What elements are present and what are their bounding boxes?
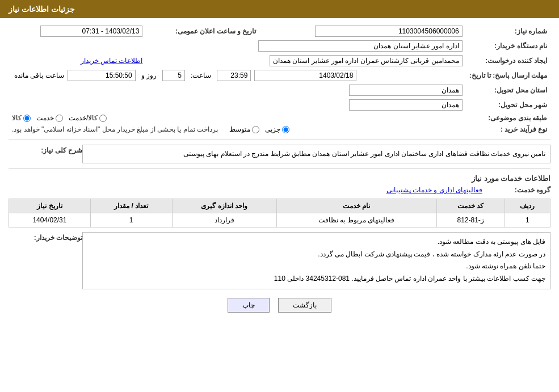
purchase-medium-item: متوسط [229, 125, 259, 133]
creator-label: ایجاد کننده درخواست: [466, 53, 550, 68]
table-row: 1 ز-81-812 فعالیتهای مربوط به نظافت قرار… [9, 213, 550, 227]
delivery-province-label: استان محل تحویل: [466, 83, 550, 98]
purchase-medium-label: متوسط [229, 125, 250, 133]
purchase-type-label: نوع فرآیند خرید : [466, 124, 550, 135]
category-khedmat-item: خدمت [36, 114, 63, 122]
cell-row: 1 [505, 213, 550, 227]
need-number-label: شماره نیاز: [466, 24, 550, 39]
divider-1 [9, 140, 550, 140]
delivery-city-input [349, 99, 463, 111]
back-button[interactable]: بازگشت [278, 298, 331, 313]
category-kala-radio[interactable] [23, 115, 31, 122]
creator-contact-link[interactable]: اطلاعات تماس خریدار [81, 57, 143, 65]
page-header: جزئیات اطلاعات نیاز [0, 0, 559, 18]
remaining-time-label: ساعت باقی مانده [14, 71, 64, 79]
buyer-notes-label: توضیحات خریدار: [34, 234, 82, 242]
category-kalakhedmat-radio[interactable] [99, 115, 107, 122]
delivery-city-label: شهر محل تحویل: [466, 98, 550, 112]
time-label: ساعت: [191, 71, 211, 79]
remaining-time-input [68, 70, 136, 81]
need-number-input [315, 26, 463, 37]
buyer-note-line: حتما تلفن همراه نوشته شود. [87, 260, 545, 273]
divider-2 [9, 168, 550, 168]
col-service-name: نام خدمت [276, 199, 436, 213]
buttons-row: بازگشت چاپ [9, 298, 550, 313]
col-unit: واحد اندازه گیری [172, 199, 276, 213]
category-kala-item: کالا [12, 114, 31, 122]
col-row: ردیف [505, 199, 550, 213]
announcement-date-label: تاریخ و ساعت اعلان عمومی: [146, 24, 259, 39]
announcement-date-input [40, 26, 142, 37]
col-quantity: تعداد / مقدار [90, 199, 172, 213]
buyer-org-label: نام دستگاه خریدار: [466, 39, 550, 53]
general-desc-box: تامین نیروی خدمات نظافت فضاهای اداری ساخ… [82, 145, 550, 163]
category-khedmat-label: خدمت [36, 114, 54, 122]
group-service-label: گروه خدمت: [482, 186, 550, 194]
service-info-title: اطلاعات خدمات مورد نیاز [9, 174, 550, 183]
buyer-note-line: فایل های پیوستی به دقت مطالعه شود. [87, 236, 545, 248]
creator-input [270, 55, 463, 66]
print-button[interactable]: چاپ [228, 298, 270, 313]
buyer-note-line: جهت کسب اطلاعات بیشتر با واحد عمران ادار… [87, 273, 545, 285]
purchase-small-item: جزیی [265, 125, 289, 133]
purchase-small-label: جزیی [265, 125, 280, 133]
send-date-input [254, 70, 356, 81]
cell-service-name: فعالیتهای مربوط به نظافت [276, 213, 436, 227]
purchase-note: پرداخت تمام یا بخشی از مبلغ خریدار محل "… [12, 125, 218, 133]
cell-service-code: ز-81-812 [436, 213, 505, 227]
category-label: طبقه بندی موضوعی: [466, 112, 550, 124]
category-kalakhedmat-item: کالا/خدمت [69, 114, 107, 122]
services-table: ردیف کد خدمت نام خدمت واحد اندازه گیری ت… [9, 199, 550, 227]
cell-date: 1404/02/31 [9, 213, 91, 227]
category-kala-label: کالا [12, 114, 22, 122]
purchase-medium-radio[interactable] [252, 126, 259, 133]
days-label: روز و [141, 71, 157, 79]
buyer-note-line: در صورت عدم ارئه مدارک خواسته شده ، قیمت… [87, 248, 545, 261]
delivery-province-input [349, 85, 463, 96]
days-input [162, 70, 185, 81]
cell-unit: قرارداد [172, 213, 276, 227]
purchase-small-radio[interactable] [282, 126, 289, 133]
group-service-value[interactable]: فعالیتهای اداری و خدمات پشتیبانی [386, 186, 482, 194]
category-kalakhedmat-label: کالا/خدمت [69, 114, 98, 122]
page-title: جزئیات اطلاعات نیاز [9, 5, 75, 14]
buyer-notes-box: فایل های پیوستی به دقت مطالعه شود.در صور… [82, 232, 550, 289]
general-desc-text: تامین نیروی خدمات نظافت فضاهای اداری ساخ… [183, 150, 545, 158]
buyer-org-input [258, 40, 463, 52]
cell-quantity: 1 [90, 213, 172, 227]
category-khedmat-radio[interactable] [56, 115, 63, 122]
send-deadline-label: مهلت ارسال پاسخ: تا تاریخ: [466, 68, 550, 83]
general-desc-label: شرح کلی نیاز: [41, 146, 82, 154]
col-date: تاریخ نیاز [9, 199, 91, 213]
col-service-code: کد خدمت [436, 199, 505, 213]
send-time-input [217, 70, 251, 81]
